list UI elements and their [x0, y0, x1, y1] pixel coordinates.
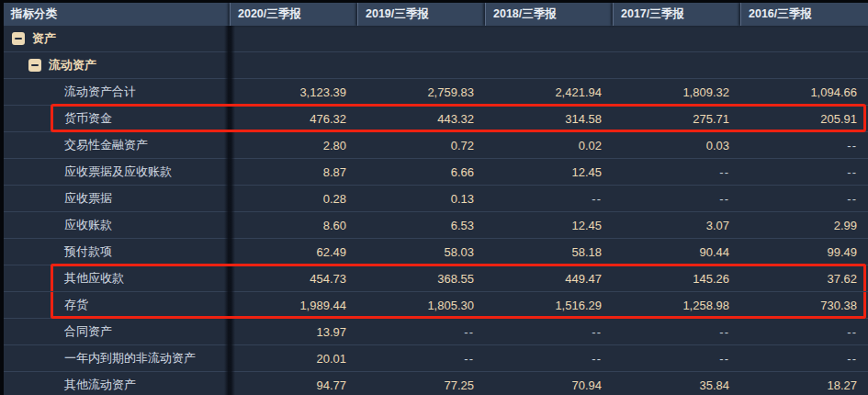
cell-value: -- [740, 165, 868, 179]
column-header-indicator-category: 指标分类 [4, 3, 230, 26]
cell-value: -- [740, 325, 868, 339]
cell-value: 12.45 [485, 219, 613, 232]
row-label-cell: 一年内到期的非流动资产 [4, 350, 230, 367]
table-row[interactable]: 一年内到期的非流动资产20.01-------- [4, 345, 868, 372]
table-row[interactable]: 资产 [4, 26, 868, 52]
cell-value: 0.72 [357, 139, 485, 152]
table-row[interactable]: 应收账款8.606.5312.453.072.99 [4, 212, 868, 239]
cell-value: 90.44 [613, 245, 740, 259]
cell-value: 205.91 [740, 112, 868, 126]
cell-value: -- [485, 325, 613, 339]
row-label: 一年内到期的非流动资产 [64, 350, 196, 367]
cell-value: 0.03 [613, 139, 740, 152]
column-header-period-2017[interactable]: 2017/三季报 [613, 3, 740, 26]
cell-value: 70.94 [485, 378, 613, 392]
row-label: 应收账款 [64, 217, 112, 233]
row-label-cell: 应收票据 [4, 190, 230, 207]
cell-value: -- [613, 165, 740, 179]
cell-value: 1,805.30 [357, 299, 485, 312]
cell-value: 1,258.98 [613, 299, 740, 312]
cell-value: 1,516.29 [485, 299, 613, 312]
cell-value: -- [613, 192, 740, 206]
row-label-cell: 资产 [4, 30, 230, 47]
table-row[interactable]: 应收票据0.280.13------ [4, 186, 868, 212]
cell-value: 0.02 [485, 139, 613, 152]
table-row[interactable]: 流动资产 [4, 52, 868, 79]
cell-value: 13.97 [230, 325, 357, 339]
table-row[interactable]: 存货1,989.441,805.301,516.291,258.98730.38 [4, 292, 868, 319]
cell-value: 443.32 [357, 112, 485, 126]
cell-value: 12.45 [485, 165, 613, 179]
table-row[interactable]: 流动资产合计3,123.392,759.832,421.941,809.321,… [4, 79, 868, 106]
cell-value: 1,809.32 [613, 85, 740, 99]
cell-value: 58.18 [485, 245, 613, 259]
row-label: 其他应收款 [64, 270, 124, 287]
cell-value: 20.01 [230, 352, 357, 366]
row-label-cell: 流动资产 [4, 57, 230, 73]
cell-value: 2.80 [230, 139, 357, 152]
cell-value: 1,989.44 [230, 299, 357, 312]
row-label: 流动资产合计 [64, 84, 136, 100]
column-header-period-2018[interactable]: 2018/三季报 [485, 3, 613, 26]
cell-value: 2.99 [740, 219, 868, 232]
row-label: 资产 [32, 30, 56, 47]
cell-value: 3,123.39 [230, 85, 357, 99]
cell-value: 730.38 [740, 299, 868, 312]
table-row[interactable]: 其他流动资产94.7777.2570.9435.8418.27 [4, 372, 868, 395]
row-label-cell: 其他应收款 [4, 270, 230, 287]
cell-value: 58.03 [357, 245, 485, 259]
cell-value: -- [357, 352, 485, 366]
row-label: 其他流动资产 [64, 377, 136, 393]
row-label: 合同资产 [64, 323, 112, 340]
cell-value: 275.71 [613, 112, 740, 126]
cell-value: -- [740, 139, 868, 152]
table-row[interactable]: 货币资金476.32443.32314.58275.71205.91 [4, 106, 868, 132]
cell-value: -- [485, 192, 613, 206]
column-header-period-2016[interactable]: 2016/三季报 [740, 3, 868, 26]
cell-value: 8.60 [230, 219, 357, 232]
cell-value: 35.84 [613, 378, 740, 392]
cell-value: 145.26 [613, 272, 740, 286]
row-label-cell: 流动资产合计 [4, 84, 230, 100]
cell-value: 3.07 [613, 219, 740, 232]
collapse-minus-icon[interactable] [28, 59, 41, 72]
table-row[interactable]: 合同资产13.97-------- [4, 319, 868, 345]
row-label: 流动资产 [49, 57, 96, 73]
row-label: 货币资金 [64, 110, 112, 127]
cell-value: 1,094.66 [740, 85, 868, 99]
cell-value: -- [613, 325, 740, 339]
cell-value: 476.32 [230, 112, 357, 126]
cell-value: 454.73 [230, 272, 357, 286]
minus-glyph [31, 64, 39, 66]
cell-value: 368.55 [357, 272, 485, 286]
table-row[interactable]: 应收票据及应收账款8.876.6612.45---- [4, 159, 868, 186]
cell-value: 2,759.83 [357, 85, 485, 99]
cell-value: -- [613, 352, 740, 366]
row-label: 预付款项 [64, 243, 112, 260]
row-label: 存货 [64, 297, 88, 313]
cell-value: 18.27 [740, 378, 868, 392]
row-label-cell: 应收票据及应收账款 [4, 164, 230, 180]
cell-value: 94.77 [230, 378, 357, 392]
table-row[interactable]: 交易性金融资产2.800.720.020.03-- [4, 132, 868, 159]
cell-value: 77.25 [357, 378, 485, 392]
row-label-cell: 其他流动资产 [4, 377, 230, 393]
collapse-minus-icon[interactable] [12, 32, 25, 45]
row-label: 应收票据 [64, 190, 112, 207]
cell-value: 2,421.94 [485, 85, 613, 99]
row-label-cell: 预付款项 [4, 243, 230, 260]
cell-value: 62.49 [230, 245, 357, 259]
table-row[interactable]: 预付款项62.4958.0358.1890.4499.49 [4, 239, 868, 265]
cell-value: -- [740, 352, 868, 366]
cell-value: 449.47 [485, 272, 613, 286]
cell-value: 6.66 [357, 165, 485, 179]
column-header-period-2019[interactable]: 2019/三季报 [357, 3, 485, 26]
cell-value: 314.58 [485, 112, 613, 126]
row-label: 交易性金融资产 [64, 137, 148, 153]
cell-value: 0.28 [230, 192, 357, 206]
cell-value: -- [485, 352, 613, 366]
cell-value: 0.13 [357, 192, 485, 206]
column-header-period-2020[interactable]: 2020/三季报 [230, 3, 357, 26]
cell-value: 99.49 [740, 245, 868, 259]
table-row[interactable]: 其他应收款454.73368.55449.47145.2637.62 [4, 265, 868, 292]
